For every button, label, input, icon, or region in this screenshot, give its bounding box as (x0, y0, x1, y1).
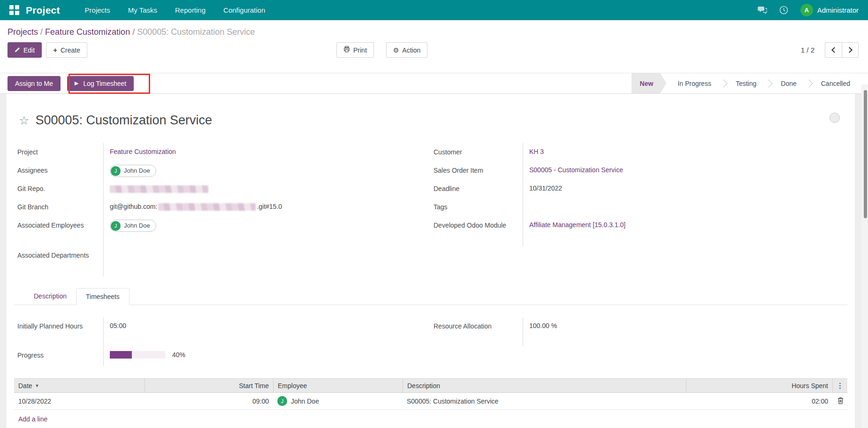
field-label: Deadline (431, 180, 523, 198)
app-title: Project (26, 5, 60, 16)
print-button[interactable]: Print (336, 42, 374, 58)
form-sheet: ☆ S00005: Customization Service Project … (7, 94, 855, 428)
column-header-start-time[interactable]: Start Time (145, 379, 273, 392)
assign-to-me-button[interactable]: Assign to Me (8, 76, 61, 91)
field-label: Initially Planned Hours (14, 317, 103, 346)
favorite-star-icon[interactable]: ☆ (19, 115, 29, 126)
create-button[interactable]: + Create (46, 42, 87, 58)
field-deadline: Deadline 10/31/2022 (431, 180, 847, 198)
cell-employee[interactable]: John Doe (291, 397, 319, 405)
git-branch-prefix: git@github.com: (110, 203, 157, 210)
field-assignees: Assignees J John Doe (14, 161, 431, 180)
field-git-branch: Git Branch git@github.com:.git#15.0 (14, 198, 431, 216)
stage-testing[interactable]: Testing (724, 73, 768, 93)
stage-cancelled[interactable]: Cancelled (810, 73, 861, 93)
cell-start-time[interactable]: 09:00 (145, 397, 273, 405)
log-timesheet-button[interactable]: ▶ Log Timesheet (67, 76, 134, 91)
field-label: Git Branch (14, 198, 103, 216)
field-label: Assignees (14, 161, 103, 180)
breadcrumb-projects[interactable]: Projects (8, 27, 38, 37)
printer-icon (343, 46, 350, 54)
column-header-employee[interactable]: Employee (273, 379, 403, 392)
column-header-date[interactable]: Date▼ (14, 379, 145, 392)
user-menu[interactable]: A Administrator (800, 4, 859, 16)
notebook-tabs: Description Timesheets (14, 288, 847, 305)
sales-order-item-link[interactable]: S00005 - Customization Service (529, 166, 623, 174)
pager-counter: 1 / 2 (801, 46, 815, 54)
control-panel: Projects / Feature Customization / S0000… (0, 20, 868, 73)
field-developed-odoo-module: Developed Odoo Module Affiliate Manageme… (431, 216, 847, 246)
breadcrumb: Projects / Feature Customization / S0000… (8, 27, 255, 37)
resource-allocation-value: 100.00 % (523, 317, 847, 346)
kanban-state-icon[interactable] (830, 113, 840, 123)
field-tags: Tags (431, 198, 847, 216)
project-link[interactable]: Feature Customization (110, 148, 176, 155)
stage-pipeline: New In Progress Testing Done Cancelled (632, 73, 861, 93)
column-header-description[interactable]: Description (403, 379, 686, 392)
field-label: Developed Odoo Module (431, 216, 523, 246)
pager-previous-button[interactable] (825, 42, 842, 58)
menu-configuration[interactable]: Configuration (214, 0, 274, 20)
employee-tag[interactable]: J John Doe (110, 220, 156, 232)
delete-row-button[interactable] (837, 396, 845, 406)
assignee-tag[interactable]: J John Doe (110, 165, 156, 177)
stage-in-progress[interactable]: In Progress (666, 73, 723, 93)
pencil-icon (15, 46, 20, 54)
add-a-line-link[interactable]: Add a line (18, 415, 47, 423)
menu-reporting[interactable]: Reporting (166, 0, 214, 20)
messages-icon[interactable] (758, 6, 767, 15)
field-project: Project Feature Customization (14, 143, 431, 161)
cell-hours-spent[interactable]: 02:00 (686, 397, 832, 405)
field-initially-planned-hours: Initially Planned Hours 05:00 (14, 317, 431, 346)
action-button[interactable]: ⚙ Action (386, 42, 427, 58)
gear-icon: ⚙ (393, 47, 399, 54)
git-branch-suffix: .git#15.0 (257, 203, 282, 210)
cell-date[interactable]: 10/28/2022 (14, 397, 145, 405)
field-label: Associated Employees (14, 216, 103, 246)
tab-timesheets[interactable]: Timesheets (76, 288, 129, 305)
breadcrumb-current: S00005: Customization Service (137, 27, 255, 37)
empty-value[interactable] (523, 198, 847, 216)
timesheet-panel-fields: Initially Planned Hours 05:00 Progress 4… (14, 317, 847, 366)
scrollbar-track[interactable] (861, 84, 868, 428)
redacted-git-branch (158, 203, 256, 211)
play-icon: ▶ (75, 81, 78, 86)
top-navbar: Project Projects My Tasks Reporting Conf… (0, 0, 868, 20)
column-header-hours-spent[interactable]: Hours Spent (686, 379, 832, 392)
kebab-icon: ⋮ (837, 382, 844, 390)
breadcrumb-feature-customization[interactable]: Feature Customization (45, 27, 130, 37)
field-sales-order-item: Sales Order Item S00005 - Customization … (431, 161, 847, 180)
odoo-module-link[interactable]: Affiliate Management [15.0.3.1.0] (529, 221, 625, 229)
assignee-avatar: J (111, 166, 121, 176)
sort-descending-icon: ▼ (35, 383, 39, 388)
redacted-git-repo (110, 185, 208, 193)
tab-description[interactable]: Description (24, 288, 76, 305)
pager-next-button[interactable] (842, 42, 859, 58)
field-progress: Progress 40% (14, 346, 431, 366)
menu-projects[interactable]: Projects (76, 0, 119, 20)
activities-clock-icon[interactable] (779, 6, 788, 15)
field-label: Resource Allocation (431, 317, 523, 346)
timesheet-table: Date▼ Start Time Employee Description Ho… (14, 378, 847, 423)
planned-hours-value: 05:00 (103, 317, 431, 346)
field-resource-allocation: Resource Allocation 100.00 % (431, 317, 847, 346)
stage-done[interactable]: Done (769, 73, 807, 93)
optional-columns-toggle[interactable]: ⋮ (832, 379, 847, 392)
plus-icon: + (53, 46, 57, 54)
field-associated-departments: Associated Departments (14, 246, 431, 276)
apps-grid-icon[interactable] (9, 5, 19, 15)
chevron-left-icon (831, 47, 838, 53)
menu-my-tasks[interactable]: My Tasks (119, 0, 166, 20)
customer-link[interactable]: KH 3 (529, 148, 544, 155)
cell-description[interactable]: S00005: Customization Service (403, 397, 686, 405)
empty-value[interactable] (103, 246, 431, 276)
edit-button[interactable]: Edit (8, 42, 42, 58)
table-row[interactable]: 10/28/2022 09:00 J John Doe S00005: Cust… (14, 393, 847, 410)
progress-fill (110, 351, 132, 359)
chevron-right-icon (846, 47, 853, 53)
field-git-repo: Git Repo. (14, 180, 431, 198)
field-label: Tags (431, 198, 523, 216)
scrollbar-thumb[interactable] (864, 90, 867, 218)
stage-new[interactable]: New (632, 73, 667, 93)
field-associated-employees: Associated Employees J John Doe (14, 216, 431, 246)
